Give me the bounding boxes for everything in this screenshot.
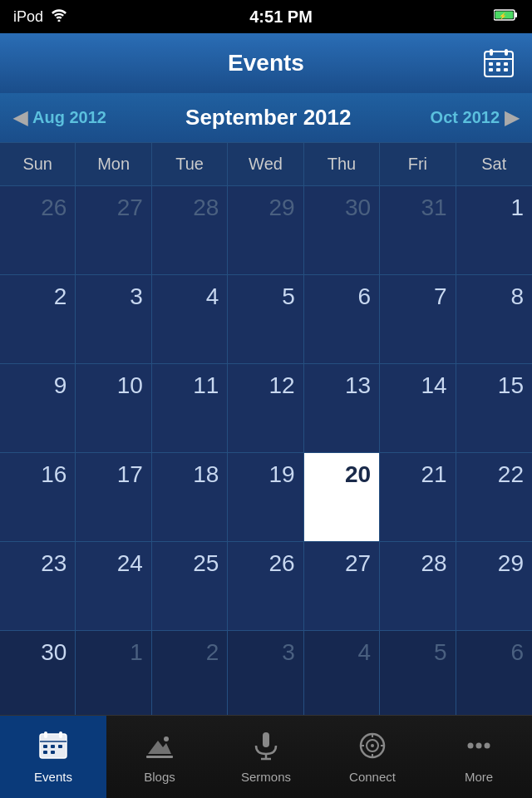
cal-cell[interactable]: 16: [0, 453, 76, 542]
day-header-fri: Fri: [380, 143, 456, 185]
svg-point-37: [468, 742, 474, 748]
day-number: 25: [193, 550, 219, 577]
app: iPod 4:51 PM ⚡ E: [0, 0, 532, 798]
cal-cell[interactable]: 3: [228, 631, 303, 720]
cal-cell[interactable]: 30: [304, 186, 380, 275]
cal-cell[interactable]: 10: [76, 364, 151, 453]
blogs-tab-icon: [145, 731, 175, 766]
day-number: 8: [510, 283, 524, 310]
cal-cell[interactable]: 14: [380, 364, 456, 453]
svg-point-38: [476, 742, 482, 748]
cal-cell[interactable]: 29: [456, 542, 532, 631]
cal-cell[interactable]: 2: [0, 275, 76, 364]
day-header-tue: Tue: [152, 143, 228, 185]
cal-cell[interactable]: 1: [76, 631, 151, 720]
day-number: 23: [41, 550, 66, 577]
month-nav: ◀ Aug 2012 September 2012 Oct 2012 ▶: [0, 93, 532, 143]
tab-connect[interactable]: Connect: [319, 716, 426, 798]
cal-cell[interactable]: 23: [0, 542, 76, 631]
cal-cell[interactable]: 28: [380, 542, 456, 631]
blogs-tab-label: Blogs: [144, 770, 175, 784]
cal-cell[interactable]: 5: [380, 631, 456, 720]
day-number: 11: [193, 372, 219, 399]
tab-blogs[interactable]: Blogs: [106, 716, 213, 798]
prev-arrow: ◀: [13, 107, 27, 129]
cal-cell[interactable]: 8: [456, 275, 532, 364]
cal-cell[interactable]: 4: [152, 275, 228, 364]
svg-rect-17: [59, 732, 62, 738]
svg-point-25: [164, 736, 169, 741]
cal-cell[interactable]: 19: [228, 453, 303, 542]
calendar-view-button[interactable]: [479, 43, 519, 83]
tab-sermons[interactable]: Sermons: [213, 716, 319, 798]
cal-cell[interactable]: 22: [456, 453, 532, 542]
cal-cell[interactable]: 26: [228, 542, 303, 631]
cal-cell[interactable]: 31: [380, 186, 456, 275]
calendar-grid: 2627282930311234567891011121314151617181…: [0, 186, 532, 720]
day-number: 29: [269, 195, 295, 221]
tab-events[interactable]: Events: [0, 716, 106, 798]
svg-rect-7: [505, 49, 508, 56]
svg-text:⚡: ⚡: [499, 12, 507, 20]
cal-cell[interactable]: 4: [304, 631, 380, 720]
day-number: 18: [193, 461, 219, 488]
cal-cell[interactable]: 27: [304, 542, 380, 631]
cal-cell[interactable]: 1: [456, 186, 532, 275]
cal-cell[interactable]: 29: [228, 186, 303, 275]
cal-cell[interactable]: 17: [76, 453, 151, 542]
day-number: 3: [282, 639, 295, 666]
sermons-tab-icon: [251, 731, 281, 766]
cal-cell[interactable]: 6: [304, 275, 380, 364]
prev-month-label: Aug 2012: [32, 108, 106, 127]
cal-cell[interactable]: 21: [380, 453, 456, 542]
prev-month-button[interactable]: ◀ Aug 2012: [13, 107, 106, 129]
cal-cell[interactable]: 11: [152, 364, 228, 453]
cal-cell[interactable]: 30: [0, 631, 76, 720]
cal-cell[interactable]: 3: [76, 275, 151, 364]
sermons-tab-label: Sermons: [241, 770, 291, 784]
connect-tab-icon: [357, 731, 387, 766]
day-number: 21: [421, 461, 446, 488]
cal-cell[interactable]: 7: [380, 275, 456, 364]
day-number: 15: [498, 372, 524, 399]
cal-cell[interactable]: 26: [0, 186, 76, 275]
cal-cell[interactable]: 25: [152, 542, 228, 631]
svg-point-32: [371, 744, 374, 747]
cal-cell[interactable]: 2: [152, 631, 228, 720]
day-number: 31: [421, 195, 446, 221]
day-number: 30: [345, 195, 371, 221]
svg-rect-14: [504, 68, 508, 71]
day-number: 16: [41, 461, 66, 488]
svg-rect-16: [44, 732, 47, 738]
battery-icon: ⚡: [494, 8, 519, 26]
status-time: 4:51 PM: [249, 7, 313, 27]
day-number: 9: [54, 372, 67, 399]
svg-rect-9: [489, 62, 493, 66]
cal-cell[interactable]: 9: [0, 364, 76, 453]
cal-cell[interactable]: 18: [152, 453, 228, 542]
svg-rect-13: [496, 68, 500, 71]
svg-rect-2: [515, 12, 517, 17]
cal-cell[interactable]: 24: [76, 542, 151, 631]
day-number: 3: [130, 283, 143, 310]
next-month-button[interactable]: Oct 2012 ▶: [431, 107, 519, 129]
cal-cell[interactable]: 27: [76, 186, 151, 275]
cal-cell[interactable]: 20: [304, 453, 380, 542]
cal-cell[interactable]: 28: [152, 186, 228, 275]
day-number: 28: [193, 195, 219, 221]
cal-cell[interactable]: 15: [456, 364, 532, 453]
day-number: 1: [510, 195, 524, 221]
day-number: 4: [206, 283, 219, 310]
cal-cell[interactable]: 13: [304, 364, 380, 453]
day-number: 5: [434, 639, 447, 666]
status-bar: iPod 4:51 PM ⚡: [0, 0, 532, 33]
cal-cell[interactable]: 5: [228, 275, 303, 364]
cal-cell[interactable]: 6: [456, 631, 532, 720]
svg-rect-21: [51, 745, 55, 748]
cal-cell[interactable]: 12: [228, 364, 303, 453]
tab-more[interactable]: More: [426, 716, 532, 798]
day-number: 29: [498, 550, 524, 577]
day-number: 14: [421, 372, 446, 399]
day-number: 22: [498, 461, 524, 488]
day-number: 26: [269, 550, 295, 577]
